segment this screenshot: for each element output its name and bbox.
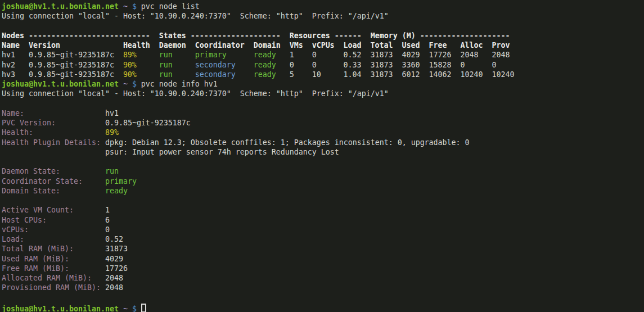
info-label: Name:: [2, 108, 105, 118]
info-value: 0.52: [105, 235, 123, 243]
blank-line: [2, 293, 644, 302]
cell-load: 0.52: [344, 50, 371, 60]
info-value: 1: [105, 206, 110, 214]
info-value: 4029: [105, 255, 123, 263]
prompt-line-current: joshua@hv1.t.u.bonilan.net~$: [2, 302, 644, 312]
cell-mem-total: 31873: [371, 50, 402, 60]
prompt-line-node-info: joshua@hv1.t.u.bonilan.net~$pvc node inf…: [2, 79, 644, 89]
cell-daemon-state: run: [159, 50, 195, 60]
prompt-symbol: $: [132, 2, 137, 11]
info-value: ready: [105, 187, 128, 195]
info-label: Load:: [2, 234, 105, 244]
info-row-health-plugin-details: Health Plugin Details:dpkg: Debian 12.3;…: [2, 138, 644, 147]
cell-vcpus: 0: [312, 60, 344, 70]
cell-version: 0.9.85~git-9235187c: [29, 70, 123, 79]
cell-version: 0.9.85~git-9235187c: [29, 60, 123, 70]
info-value: 0: [105, 225, 110, 234]
node-list-column-header: NameVersionHealthDaemonCoordinatorDomain…: [2, 40, 644, 50]
cell-mem-prov: 0: [492, 60, 496, 70]
cell-vcpus: 10: [312, 70, 344, 79]
info-row-vcpus: vCPUs:0: [2, 225, 644, 234]
info-label: Total RAM (MiB):: [2, 244, 105, 254]
cell-vms: 0: [290, 60, 312, 70]
cell-coordinator-state: secondary: [195, 70, 254, 79]
info-value: 17726: [105, 264, 128, 273]
info-row-active-vm-count: Active VM Count:1: [2, 205, 644, 215]
col-header-name: Name: [2, 40, 29, 50]
col-header-health: Health: [123, 40, 159, 50]
info-row-domain-state: Domain State:ready: [2, 186, 644, 196]
cell-daemon-state: run: [159, 60, 195, 70]
col-header-load: Load: [344, 40, 371, 50]
col-header-total: Total: [371, 40, 402, 50]
info-row-health-plugin-details-cont: psur: Input power sensor 74h reports Red…: [2, 147, 644, 157]
info-label: Coordinator State:: [2, 177, 105, 186]
node-row-hv2: hv20.9.85~git-9235187c90%runsecondaryrea…: [2, 60, 644, 70]
cell-load: 0.33: [344, 60, 371, 70]
info-label: Allocated RAM (MiB):: [2, 273, 105, 283]
info-row-name: Name:hv1: [2, 108, 644, 118]
prompt-cwd: ~: [123, 80, 128, 88]
prompt-symbol: $: [132, 305, 137, 312]
cell-mem-alloc: 10240: [460, 70, 492, 79]
blank-line: [2, 196, 644, 205]
info-value: dpkg: Debian 12.3; Obsolete conffiles: 1…: [105, 138, 470, 147]
node-row-hv3: hv30.9.85~git-9235187c90%runsecondaryrea…: [2, 70, 644, 79]
cell-mem-free: 14062: [429, 70, 461, 79]
terminal-cursor[interactable]: [141, 304, 146, 312]
prompt-user-host: joshua@hv1.t.u.bonilan.net: [2, 80, 119, 88]
info-label: Provisioned RAM (MiB):: [2, 283, 105, 292]
col-header-used: Used: [402, 40, 429, 50]
info-value: primary: [105, 177, 137, 186]
info-row-used-ram: Used RAM (MiB):4029: [2, 254, 644, 264]
cell-domain-state: ready: [254, 50, 290, 60]
info-row-daemon-state: Daemon State:run: [2, 166, 644, 176]
info-value: run: [105, 167, 119, 175]
cell-vcpus: 0: [312, 50, 344, 60]
prompt-user-host: joshua@hv1.t.u.bonilan.net: [2, 305, 119, 312]
cell-name: hv1: [2, 50, 29, 60]
node-list-group-header: Nodes --------------------------- States…: [2, 31, 644, 40]
cell-mem-prov: 2048: [492, 50, 510, 60]
col-header-vms: VMs: [290, 40, 312, 50]
info-label: Health:: [2, 128, 105, 137]
info-row-allocated-ram: Allocated RAM (MiB):2048: [2, 273, 644, 283]
cell-version: 0.9.85~git-9235187c: [29, 50, 123, 60]
command-node-info: pvc node info hv1: [141, 80, 218, 88]
col-header-free: Free: [429, 40, 461, 50]
prompt-cwd: ~: [123, 2, 128, 11]
info-value: 6: [105, 216, 110, 224]
info-label: Domain State:: [2, 186, 105, 196]
info-label: vCPUs:: [2, 225, 105, 234]
info-label: Used RAM (MiB):: [2, 254, 105, 264]
info-label: Daemon State:: [2, 166, 105, 176]
info-label: Free RAM (MiB):: [2, 264, 105, 273]
cell-mem-used: 4029: [402, 50, 429, 60]
cell-domain-state: ready: [254, 60, 290, 70]
info-row-provisioned-ram: Provisioned RAM (MiB):2048: [2, 283, 644, 292]
cell-name: hv2: [2, 60, 29, 70]
info-value: 31873: [105, 245, 128, 253]
cell-mem-alloc: 2048: [460, 50, 492, 60]
info-row-load: Load:0.52: [2, 234, 644, 244]
cell-mem-total: 31873: [371, 70, 402, 79]
info-value: 89%: [105, 128, 119, 137]
node-row-hv1: hv10.9.85~git-9235187c89%runprimaryready…: [2, 50, 644, 60]
command-node-list: pvc node list: [141, 2, 200, 11]
connection-info-line: Using connection "local" - Host: "10.90.…: [2, 11, 644, 21]
info-row-coordinator-state: Coordinator State:primary: [2, 177, 644, 186]
prompt-user-host: joshua@hv1.t.u.bonilan.net: [2, 2, 119, 11]
cell-daemon-state: run: [159, 70, 195, 79]
cell-domain-state: ready: [254, 70, 290, 79]
prompt-cwd: ~: [123, 305, 128, 312]
cell-mem-free: 17726: [429, 50, 461, 60]
cell-coordinator-state: primary: [195, 50, 254, 60]
prompt-symbol: $: [132, 80, 137, 88]
info-label: PVC Version:: [2, 118, 105, 128]
cell-name: hv3: [2, 70, 29, 79]
blank-line: [2, 157, 644, 166]
info-label: Health Plugin Details:: [2, 138, 105, 147]
cell-health: 90%: [123, 70, 159, 79]
terminal-window[interactable]: joshua@hv1.t.u.bonilan.net~$pvc node lis…: [0, 0, 644, 312]
col-header-vcpus: vCPUs: [312, 40, 344, 50]
